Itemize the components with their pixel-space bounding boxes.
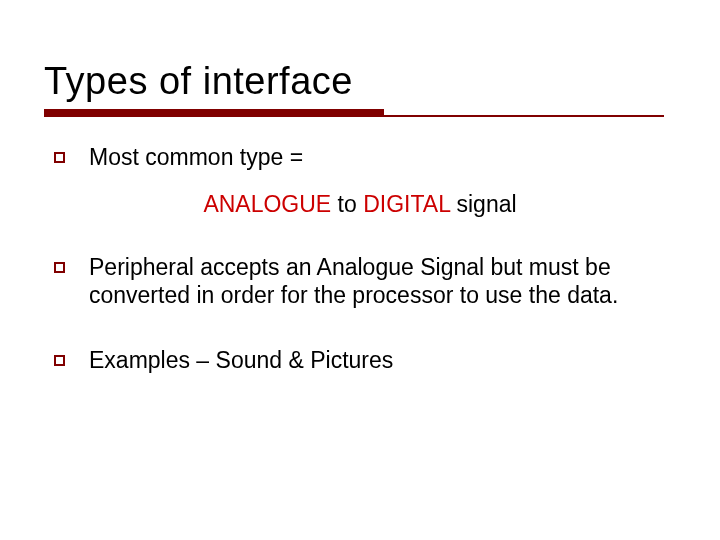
slide-body: Most common type = ANALOGUE to DIGITAL s… xyxy=(44,143,676,375)
bullet-text: Most common type = xyxy=(89,143,676,172)
bullet-item: Most common type = xyxy=(44,143,676,172)
centered-line: ANALOGUE to DIGITAL signal xyxy=(44,190,676,219)
bullet-item: Examples – Sound & Pictures xyxy=(44,346,676,375)
slide-title: Types of interface xyxy=(44,60,676,103)
plain-text: signal xyxy=(456,191,516,217)
slide: Types of interface Most common type = AN… xyxy=(0,0,720,540)
plain-text: to xyxy=(338,191,357,217)
square-bullet-icon xyxy=(54,355,65,366)
bullet-text: Examples – Sound & Pictures xyxy=(89,346,676,375)
bullet-text: Peripheral accepts an Analogue Signal bu… xyxy=(89,253,676,311)
title-underline xyxy=(44,109,676,115)
square-bullet-icon xyxy=(54,152,65,163)
bullet-item: Peripheral accepts an Analogue Signal bu… xyxy=(44,253,676,311)
emphasis-text: ANALOGUE xyxy=(203,191,337,217)
emphasis-text: DIGITAL xyxy=(357,191,457,217)
square-bullet-icon xyxy=(54,262,65,273)
